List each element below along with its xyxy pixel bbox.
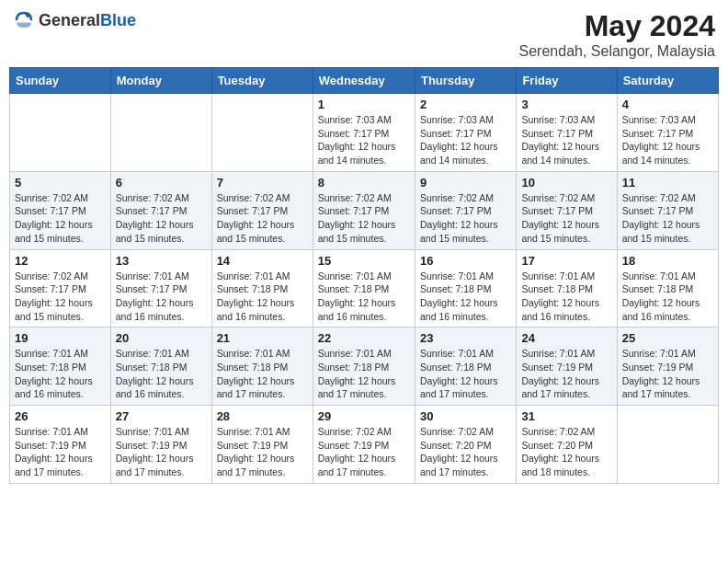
day-info: Sunrise: 7:01 AM Sunset: 7:19 PM Dayligh…: [217, 425, 308, 479]
day-info: Sunrise: 7:01 AM Sunset: 7:19 PM Dayligh…: [116, 425, 207, 479]
calendar-cell: 6Sunrise: 7:02 AM Sunset: 7:17 PM Daylig…: [110, 171, 211, 249]
day-info: Sunrise: 7:02 AM Sunset: 7:17 PM Dayligh…: [420, 191, 511, 246]
calendar-week-row: 12Sunrise: 7:02 AM Sunset: 7:17 PM Dayli…: [10, 249, 719, 327]
calendar-cell: [10, 94, 111, 172]
day-info: Sunrise: 7:01 AM Sunset: 7:18 PM Dayligh…: [116, 347, 207, 401]
logo: GeneralBlue: [13, 9, 136, 31]
day-number: 5: [15, 176, 106, 190]
day-number: 13: [116, 254, 207, 268]
weekday-header-saturday: Saturday: [617, 68, 718, 94]
logo-text: GeneralBlue: [39, 11, 136, 30]
day-info: Sunrise: 7:02 AM Sunset: 7:17 PM Dayligh…: [15, 191, 106, 246]
weekday-header-monday: Monday: [110, 68, 211, 94]
day-number: 24: [521, 331, 611, 345]
day-number: 18: [622, 254, 713, 268]
weekday-header-wednesday: Wednesday: [313, 68, 415, 94]
day-info: Sunrise: 7:01 AM Sunset: 7:18 PM Dayligh…: [318, 347, 410, 401]
calendar-cell: 28Sunrise: 7:01 AM Sunset: 7:19 PM Dayli…: [211, 406, 313, 484]
day-number: 20: [116, 331, 207, 345]
day-info: Sunrise: 7:01 AM Sunset: 7:18 PM Dayligh…: [420, 270, 511, 324]
calendar-cell: [110, 94, 211, 172]
calendar-cell: 22Sunrise: 7:01 AM Sunset: 7:18 PM Dayli…: [313, 327, 415, 406]
calendar-cell: 4Sunrise: 7:03 AM Sunset: 7:17 PM Daylig…: [617, 94, 718, 172]
calendar-cell: 15Sunrise: 7:01 AM Sunset: 7:18 PM Dayli…: [313, 249, 415, 327]
day-info: Sunrise: 7:03 AM Sunset: 7:17 PM Dayligh…: [521, 113, 611, 167]
day-number: 2: [420, 98, 511, 111]
calendar-cell: 16Sunrise: 7:01 AM Sunset: 7:18 PM Dayli…: [415, 249, 516, 327]
day-info: Sunrise: 7:02 AM Sunset: 7:17 PM Dayligh…: [521, 191, 611, 246]
calendar-cell: [211, 94, 313, 172]
day-number: 8: [318, 176, 410, 190]
calendar-cell: 13Sunrise: 7:01 AM Sunset: 7:17 PM Dayli…: [110, 249, 211, 327]
logo-icon: [13, 9, 35, 31]
day-number: 10: [521, 176, 611, 190]
day-info: Sunrise: 7:01 AM Sunset: 7:18 PM Dayligh…: [521, 270, 611, 324]
day-number: 4: [622, 98, 713, 111]
day-number: 23: [420, 331, 511, 345]
day-number: 16: [420, 254, 511, 268]
calendar-week-row: 26Sunrise: 7:01 AM Sunset: 7:19 PM Dayli…: [10, 406, 719, 484]
calendar-cell: 12Sunrise: 7:02 AM Sunset: 7:17 PM Dayli…: [10, 249, 111, 327]
calendar-cell: 11Sunrise: 7:02 AM Sunset: 7:17 PM Dayli…: [617, 171, 718, 249]
calendar-cell: 2Sunrise: 7:03 AM Sunset: 7:17 PM Daylig…: [415, 94, 516, 172]
calendar-cell: 1Sunrise: 7:03 AM Sunset: 7:17 PM Daylig…: [313, 94, 415, 172]
calendar-cell: 24Sunrise: 7:01 AM Sunset: 7:19 PM Dayli…: [517, 327, 617, 406]
calendar-cell: 5Sunrise: 7:02 AM Sunset: 7:17 PM Daylig…: [10, 171, 111, 249]
calendar-week-row: 19Sunrise: 7:01 AM Sunset: 7:18 PM Dayli…: [10, 327, 719, 406]
month-year-title: May 2024: [519, 9, 715, 43]
calendar-cell: 9Sunrise: 7:02 AM Sunset: 7:17 PM Daylig…: [415, 171, 516, 249]
weekday-header-thursday: Thursday: [415, 68, 516, 94]
day-number: 7: [217, 176, 308, 190]
location-subtitle: Serendah, Selangor, Malaysia: [519, 43, 715, 60]
day-info: Sunrise: 7:03 AM Sunset: 7:17 PM Dayligh…: [318, 113, 410, 167]
weekday-header-tuesday: Tuesday: [211, 68, 313, 94]
day-info: Sunrise: 7:02 AM Sunset: 7:17 PM Dayligh…: [622, 191, 713, 246]
calendar-cell: 23Sunrise: 7:01 AM Sunset: 7:18 PM Dayli…: [415, 327, 516, 406]
day-number: 27: [116, 409, 207, 423]
day-number: 31: [521, 409, 611, 423]
logo-general: General: [39, 11, 100, 29]
day-info: Sunrise: 7:01 AM Sunset: 7:18 PM Dayligh…: [217, 270, 308, 324]
day-info: Sunrise: 7:03 AM Sunset: 7:17 PM Dayligh…: [420, 113, 511, 167]
day-info: Sunrise: 7:02 AM Sunset: 7:17 PM Dayligh…: [116, 191, 207, 246]
day-info: Sunrise: 7:01 AM Sunset: 7:18 PM Dayligh…: [622, 270, 713, 324]
weekday-header-sunday: Sunday: [10, 68, 111, 94]
day-number: 21: [217, 331, 308, 345]
calendar-cell: 14Sunrise: 7:01 AM Sunset: 7:18 PM Dayli…: [211, 249, 313, 327]
day-info: Sunrise: 7:02 AM Sunset: 7:17 PM Dayligh…: [15, 270, 106, 324]
calendar-cell: 17Sunrise: 7:01 AM Sunset: 7:18 PM Dayli…: [517, 249, 617, 327]
logo-blue: Blue: [100, 11, 136, 29]
weekday-header-friday: Friday: [517, 68, 617, 94]
day-info: Sunrise: 7:02 AM Sunset: 7:19 PM Dayligh…: [318, 425, 410, 479]
weekday-header-row: SundayMondayTuesdayWednesdayThursdayFrid…: [10, 68, 719, 94]
calendar-cell: 10Sunrise: 7:02 AM Sunset: 7:17 PM Dayli…: [517, 171, 617, 249]
day-info: Sunrise: 7:02 AM Sunset: 7:20 PM Dayligh…: [521, 425, 611, 479]
day-info: Sunrise: 7:02 AM Sunset: 7:17 PM Dayligh…: [217, 191, 308, 246]
day-info: Sunrise: 7:02 AM Sunset: 7:20 PM Dayligh…: [420, 425, 511, 479]
day-info: Sunrise: 7:01 AM Sunset: 7:19 PM Dayligh…: [15, 425, 106, 479]
calendar-cell: 25Sunrise: 7:01 AM Sunset: 7:19 PM Dayli…: [617, 327, 718, 406]
day-info: Sunrise: 7:01 AM Sunset: 7:17 PM Dayligh…: [116, 270, 207, 324]
day-number: 12: [15, 254, 106, 268]
calendar-cell: 21Sunrise: 7:01 AM Sunset: 7:18 PM Dayli…: [211, 327, 313, 406]
day-number: 25: [622, 331, 713, 345]
day-info: Sunrise: 7:01 AM Sunset: 7:18 PM Dayligh…: [318, 270, 410, 324]
day-number: 19: [15, 331, 106, 345]
calendar-cell: 7Sunrise: 7:02 AM Sunset: 7:17 PM Daylig…: [211, 171, 313, 249]
calendar-cell: 26Sunrise: 7:01 AM Sunset: 7:19 PM Dayli…: [10, 406, 111, 484]
day-info: Sunrise: 7:01 AM Sunset: 7:19 PM Dayligh…: [521, 347, 611, 401]
day-info: Sunrise: 7:01 AM Sunset: 7:18 PM Dayligh…: [15, 347, 106, 401]
calendar-week-row: 1Sunrise: 7:03 AM Sunset: 7:17 PM Daylig…: [10, 94, 719, 172]
day-number: 3: [521, 98, 611, 111]
calendar-cell: [617, 406, 718, 484]
calendar-cell: 29Sunrise: 7:02 AM Sunset: 7:19 PM Dayli…: [313, 406, 415, 484]
calendar-cell: 19Sunrise: 7:01 AM Sunset: 7:18 PM Dayli…: [10, 327, 111, 406]
calendar-cell: 8Sunrise: 7:02 AM Sunset: 7:17 PM Daylig…: [313, 171, 415, 249]
day-info: Sunrise: 7:03 AM Sunset: 7:17 PM Dayligh…: [622, 113, 713, 167]
day-info: Sunrise: 7:01 AM Sunset: 7:19 PM Dayligh…: [622, 347, 713, 401]
day-number: 11: [622, 176, 713, 190]
day-number: 9: [420, 176, 511, 190]
day-number: 6: [116, 176, 207, 190]
day-info: Sunrise: 7:02 AM Sunset: 7:17 PM Dayligh…: [318, 191, 410, 246]
day-number: 15: [318, 254, 410, 268]
